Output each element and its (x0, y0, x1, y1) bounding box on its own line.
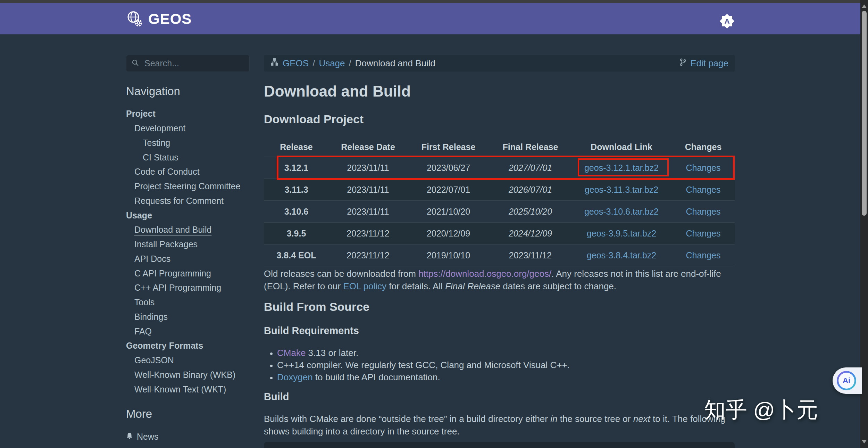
paragraph-text: dates are subject to change. (500, 281, 616, 291)
cmake-link[interactable]: CMake (277, 348, 306, 358)
sidebar-item-faq[interactable]: FAQ (126, 324, 254, 339)
first-release-date: 2019/10/10 (407, 244, 490, 266)
release-version: 3.8.4 EOL (264, 244, 329, 266)
sidebar-section-project: Project (126, 107, 254, 121)
eol-policy-link[interactable]: EOL policy (343, 281, 386, 291)
sidebar-item-c-api-programming[interactable]: C API Programming (126, 266, 254, 281)
changes-link[interactable]: Changes (686, 207, 720, 216)
build-heading: Build (264, 391, 289, 403)
git-branch-icon (679, 58, 686, 69)
col-header-final-release: Final Release (490, 137, 571, 157)
download-link[interactable]: geos-3.12.1.tar.bz2 (584, 163, 659, 173)
breadcrumb: GEOS / Usage / Download and Build Edit p… (264, 55, 735, 72)
final-release-emphasis: Final Release (445, 281, 500, 291)
release-date: 2023/11/12 (329, 244, 407, 266)
build-requirements-heading: Build Requirements (264, 325, 359, 337)
browser-viewport: GEOS A Navigation Project Development Te… (0, 0, 868, 448)
sidebar-item-ci-status[interactable]: CI Status (126, 150, 254, 165)
table-row: 3.11.3 2023/11/11 2022/07/01 2026/07/01 … (264, 179, 735, 201)
final-release-date: 2025/10/20 (490, 201, 571, 223)
release-date: 2023/11/11 (329, 201, 407, 223)
window-top-strip (0, 0, 868, 3)
build-requirements-list: CMake 3.13 or later. C++14 compiler. We … (267, 347, 711, 384)
sidebar-item-tools[interactable]: Tools (126, 295, 254, 310)
release-version: 3.10.6 (264, 201, 329, 223)
release-version: 3.12.1 (264, 157, 329, 179)
col-header-changes: Changes (672, 137, 735, 157)
sidebar-item-code-of-conduct[interactable]: Code of Conduct (126, 165, 254, 179)
bell-icon (126, 432, 133, 442)
breadcrumb-current-page: Download and Build (355, 58, 435, 69)
nav-heading: Navigation (126, 85, 180, 98)
breadcrumb-separator: / (349, 58, 351, 69)
sidebar-item-development[interactable]: Development (126, 121, 254, 136)
col-header-first-release: First Release (407, 137, 490, 157)
col-header-release: Release (264, 137, 329, 157)
sidebar-item-requests-for-comment[interactable]: Requests for Comment (126, 194, 254, 208)
search-icon (131, 59, 140, 68)
paragraph-text: Old releases can be downloaded from (264, 268, 418, 279)
sidebar-item-testing[interactable]: Testing (126, 136, 254, 150)
final-release-date: 2026/07/01 (490, 179, 571, 201)
zhihu-watermark: 知乎 @卜元 (704, 395, 818, 424)
release-version: 3.11.3 (264, 179, 329, 201)
download-link[interactable]: geos-3.8.4.tar.bz2 (587, 250, 656, 260)
sidebar-item-download-and-build[interactable]: Download and Build (126, 223, 254, 237)
final-release-date: 2024/12/09 (490, 223, 571, 244)
sidebar-item-news[interactable]: News (126, 429, 159, 444)
in-emphasis: in (550, 414, 557, 424)
doxygen-link[interactable]: Doxygen (277, 372, 313, 382)
list-item: CMake 3.13 or later. (277, 347, 711, 359)
list-item: Doxygen to build the API documentation. (277, 371, 711, 383)
release-version: 3.9.5 (264, 223, 329, 244)
breadcrumb-link-usage[interactable]: Usage (319, 58, 345, 69)
site-logo[interactable]: GEOS (126, 10, 192, 28)
changes-link[interactable]: Changes (686, 250, 720, 260)
changes-link[interactable]: Changes (686, 185, 720, 194)
sidebar-section-geometry-formats: Geometry Formats (126, 339, 254, 353)
changes-link[interactable]: Changes (686, 163, 720, 173)
changes-link[interactable]: Changes (686, 229, 720, 238)
breadcrumb-link-geos[interactable]: GEOS (283, 58, 309, 69)
sidebar-item-bindings[interactable]: Bindings (126, 310, 254, 324)
list-item-text: to build the API documentation. (313, 372, 440, 382)
edit-page-button[interactable]: Edit page (679, 58, 728, 69)
sidebar-item-wkb[interactable]: Well-Known Binary (WKB) (126, 368, 254, 382)
sidebar-item-cpp-api-programming[interactable]: C++ API Programming (126, 281, 254, 295)
download-link[interactable]: geos-3.10.6.tar.bz2 (584, 207, 659, 216)
sidebar-item-api-docs[interactable]: API Docs (126, 252, 254, 266)
old-releases-paragraph: Old releases can be downloaded from http… (264, 268, 735, 292)
sidebar-item-install-packages[interactable]: Install Packages (126, 237, 254, 252)
download-link[interactable]: geos-3.11.3.tar.bz2 (585, 185, 658, 194)
first-release-date: 2020/12/09 (407, 223, 490, 244)
osgeo-download-link[interactable]: https://download.osgeo.org/geos/ (418, 268, 551, 279)
build-from-source-heading: Build From Source (264, 300, 369, 314)
theme-toggle-button[interactable]: A (719, 14, 735, 29)
sidebar-item-project-steering-committee[interactable]: Project Steering Committee (126, 179, 254, 194)
scrollbar-thumb[interactable] (862, 11, 867, 216)
scrollbar-up-arrow-icon[interactable] (862, 5, 867, 8)
list-item: C++14 compiler. We regularly test GCC, C… (277, 359, 711, 371)
final-release-date: 2023/11/12 (490, 244, 571, 266)
table-row: 3.8.4 EOL 2023/11/12 2019/10/10 2023/11/… (264, 244, 735, 266)
release-date: 2023/11/11 (329, 179, 407, 201)
sidebar-item-wkt[interactable]: Well-Known Text (WKT) (126, 382, 254, 397)
search-input[interactable] (144, 58, 244, 69)
search-box[interactable] (126, 55, 250, 72)
list-item-text: 3.13 or later. (306, 348, 358, 358)
ai-assistant-badge[interactable]: Ai (833, 367, 862, 394)
col-header-download-link: Download Link (571, 137, 672, 157)
table-row: 3.12.1 2023/11/11 2023/06/27 2027/07/01 … (264, 157, 735, 179)
breadcrumb-separator: / (312, 58, 315, 69)
scrollbar-down-arrow-icon[interactable] (862, 440, 867, 443)
ai-badge-gradient-ring: Ai (837, 371, 856, 390)
table-row: 3.10.6 2023/11/11 2021/10/20 2025/10/20 … (264, 201, 735, 223)
first-release-date: 2021/10/20 (407, 201, 490, 223)
build-paragraph: Builds with CMake are done “outside the … (264, 413, 735, 438)
download-link[interactable]: geos-3.9.5.tar.bz2 (587, 229, 656, 238)
site-header: GEOS A (0, 3, 860, 34)
sidebar-item-geojson[interactable]: GeoJSON (126, 353, 254, 368)
page-title: Download and Build (264, 83, 411, 100)
first-release-date: 2023/06/27 (407, 157, 490, 179)
ai-badge-label: Ai (838, 373, 854, 389)
